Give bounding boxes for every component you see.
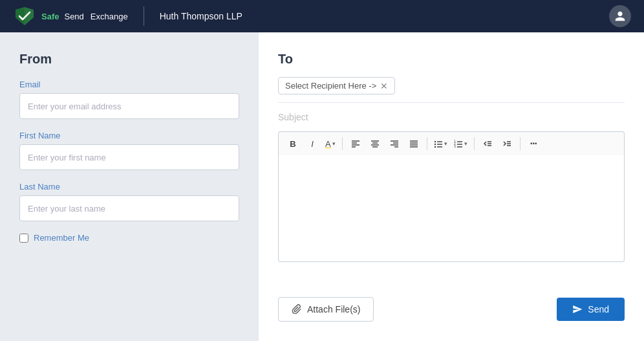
numbered-list-icon: 1.2.3. <box>454 139 463 148</box>
numbered-chevron-icon: ▾ <box>464 140 467 147</box>
recipient-close-icon[interactable]: ✕ <box>380 82 388 91</box>
bullet-list-icon <box>434 139 443 148</box>
last-name-input[interactable] <box>19 195 239 221</box>
align-center-button[interactable] <box>366 135 384 153</box>
bottom-actions: Attach File(s) Send <box>278 292 625 322</box>
email-body-editor[interactable] <box>278 155 625 262</box>
outdent-icon <box>483 139 492 148</box>
chevron-down-icon: ▾ <box>332 140 336 147</box>
main-layout: From Email First Name Last Name Remember… <box>0 32 644 341</box>
recipient-area: Select Recipient Here -> ✕ <box>278 77 625 102</box>
first-name-label: First Name <box>19 131 239 140</box>
align-left-button[interactable] <box>347 135 365 153</box>
email-field-group: Email <box>19 80 239 119</box>
send-icon <box>572 304 583 314</box>
toolbar-sep-3 <box>474 137 475 150</box>
align-right-button[interactable] <box>385 135 403 153</box>
from-panel: From Email First Name Last Name Remember… <box>0 32 259 341</box>
justify-icon <box>409 139 418 148</box>
attach-label: Attach File(s) <box>307 304 360 314</box>
svg-text:3.: 3. <box>454 144 456 148</box>
ellipsis-icon: ··· <box>530 138 537 149</box>
toolbar-sep-2 <box>427 137 427 150</box>
logo-container: SafeSend Exchange <box>13 7 128 25</box>
safesend-logo-icon <box>13 7 36 25</box>
justify-button[interactable] <box>405 135 423 153</box>
first-name-input[interactable] <box>19 144 239 170</box>
last-name-label: Last Name <box>19 182 239 192</box>
bullet-list-dropdown[interactable]: ▾ <box>431 138 450 149</box>
svg-point-18 <box>434 141 435 142</box>
email-label: Email <box>19 80 239 89</box>
remember-label[interactable]: Remember Me <box>34 233 89 243</box>
svg-point-20 <box>434 144 435 145</box>
highlight-dropdown[interactable]: A ▾ <box>323 138 338 150</box>
avatar[interactable] <box>609 5 631 27</box>
paperclip-icon <box>292 304 302 314</box>
to-divider <box>278 102 625 103</box>
subject-input[interactable] <box>278 108 625 126</box>
highlight-icon: A <box>325 139 331 149</box>
indent-button[interactable] <box>498 135 516 153</box>
svg-point-22 <box>434 146 435 148</box>
remember-checkbox[interactable] <box>19 234 28 243</box>
editor-toolbar: B I A ▾ ▾ 1. <box>278 131 625 155</box>
from-title: From <box>19 52 239 67</box>
to-title: To <box>278 52 625 67</box>
outdent-button[interactable] <box>478 135 497 153</box>
logo-send: Send <box>64 12 83 21</box>
bullet-chevron-icon: ▾ <box>444 140 447 147</box>
align-right-icon <box>390 139 399 148</box>
align-center-icon <box>370 139 380 148</box>
bold-button[interactable]: B <box>284 135 302 153</box>
person-icon <box>614 10 626 22</box>
recipient-tag-label: Select Recipient Here -> <box>285 81 376 91</box>
attach-files-button[interactable]: Attach File(s) <box>278 297 374 322</box>
recipient-tag[interactable]: Select Recipient Here -> ✕ <box>278 77 395 94</box>
to-panel: To Select Recipient Here -> ✕ B I A ▾ <box>259 32 644 341</box>
send-button[interactable]: Send <box>557 298 625 321</box>
align-left-icon <box>351 139 360 148</box>
logo-safe: Safe <box>41 12 59 21</box>
last-name-field-group: Last Name <box>19 182 239 221</box>
company-name: Huth Thompson LLP <box>160 11 242 21</box>
app-header: SafeSend Exchange Huth Thompson LLP <box>0 0 644 32</box>
remember-row: Remember Me <box>19 233 239 243</box>
toolbar-sep-1 <box>342 137 343 150</box>
numbered-list-dropdown[interactable]: 1.2.3. ▾ <box>451 138 470 149</box>
italic-button[interactable]: I <box>303 135 321 153</box>
toolbar-sep-4 <box>520 137 521 150</box>
first-name-field-group: First Name <box>19 131 239 170</box>
send-label: Send <box>588 304 609 314</box>
more-options-button[interactable]: ··· <box>524 135 542 153</box>
email-input[interactable] <box>19 93 239 119</box>
indent-icon <box>502 139 511 148</box>
logo-exchange: Exchange <box>91 12 128 21</box>
header-divider <box>144 6 144 26</box>
